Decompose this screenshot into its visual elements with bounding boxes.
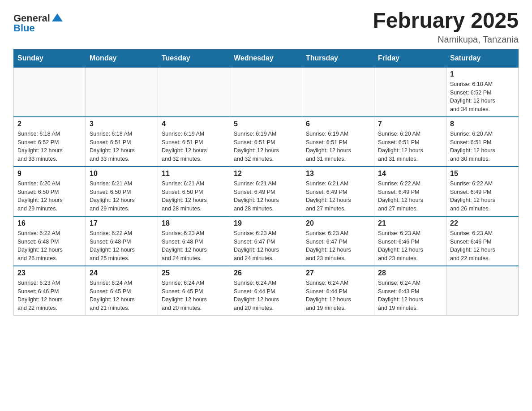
day-info: Sunrise: 6:23 AM Sunset: 6:46 PM Dayligh…	[17, 279, 82, 313]
day-info: Sunrise: 6:21 AM Sunset: 6:50 PM Dayligh…	[90, 180, 154, 213]
day-info: Sunrise: 6:24 AM Sunset: 6:43 PM Dayligh…	[378, 279, 442, 313]
logo-general-text: General	[13, 13, 50, 23]
day-number: 10	[90, 170, 154, 178]
calendar-cell: 23Sunrise: 6:23 AM Sunset: 6:46 PM Dayli…	[14, 266, 86, 316]
day-info: Sunrise: 6:24 AM Sunset: 6:44 PM Dayligh…	[234, 279, 298, 313]
calendar-cell: 9Sunrise: 6:20 AM Sunset: 6:50 PM Daylig…	[14, 167, 86, 216]
month-title: February 2025	[373, 9, 519, 33]
calendar-cell	[230, 67, 302, 117]
day-info: Sunrise: 6:24 AM Sunset: 6:44 PM Dayligh…	[306, 279, 370, 313]
day-info: Sunrise: 6:20 AM Sunset: 6:50 PM Dayligh…	[17, 180, 82, 213]
calendar-cell	[86, 67, 158, 117]
calendar-cell: 21Sunrise: 6:23 AM Sunset: 6:46 PM Dayli…	[374, 216, 446, 266]
logo-triangle-right-icon	[57, 13, 63, 21]
calendar-cell: 7Sunrise: 6:20 AM Sunset: 6:51 PM Daylig…	[374, 117, 446, 167]
weekday-header-sunday: Sunday	[14, 49, 86, 67]
day-number: 22	[450, 219, 515, 227]
day-number: 19	[234, 219, 298, 227]
day-number: 1	[450, 70, 515, 78]
calendar-cell	[14, 67, 86, 117]
day-number: 5	[234, 120, 298, 128]
day-number: 11	[162, 170, 226, 178]
day-info: Sunrise: 6:21 AM Sunset: 6:49 PM Dayligh…	[234, 180, 298, 213]
day-number: 13	[306, 170, 370, 178]
calendar-cell: 14Sunrise: 6:22 AM Sunset: 6:49 PM Dayli…	[374, 167, 446, 216]
calendar-table: SundayMondayTuesdayWednesdayThursdayFrid…	[13, 49, 519, 316]
day-info: Sunrise: 6:23 AM Sunset: 6:46 PM Dayligh…	[378, 229, 442, 263]
day-info: Sunrise: 6:24 AM Sunset: 6:45 PM Dayligh…	[162, 279, 226, 313]
calendar-cell: 25Sunrise: 6:24 AM Sunset: 6:45 PM Dayli…	[158, 266, 230, 316]
calendar-cell	[374, 67, 446, 117]
calendar-cell: 18Sunrise: 6:23 AM Sunset: 6:48 PM Dayli…	[158, 216, 230, 266]
day-number: 9	[17, 170, 82, 178]
day-number: 27	[306, 269, 370, 277]
calendar-cell: 17Sunrise: 6:22 AM Sunset: 6:48 PM Dayli…	[86, 216, 158, 266]
day-number: 16	[17, 219, 82, 227]
calendar-cell: 24Sunrise: 6:24 AM Sunset: 6:45 PM Dayli…	[86, 266, 158, 316]
weekday-header-thursday: Thursday	[302, 49, 374, 67]
day-info: Sunrise: 6:20 AM Sunset: 6:51 PM Dayligh…	[378, 130, 442, 163]
calendar-cell: 2Sunrise: 6:18 AM Sunset: 6:52 PM Daylig…	[14, 117, 86, 167]
calendar-cell: 19Sunrise: 6:23 AM Sunset: 6:47 PM Dayli…	[230, 216, 302, 266]
day-info: Sunrise: 6:18 AM Sunset: 6:52 PM Dayligh…	[450, 80, 515, 114]
day-info: Sunrise: 6:24 AM Sunset: 6:45 PM Dayligh…	[90, 279, 154, 313]
day-number: 2	[17, 120, 82, 128]
day-number: 25	[162, 269, 226, 277]
day-number: 17	[90, 219, 154, 227]
day-info: Sunrise: 6:19 AM Sunset: 6:51 PM Dayligh…	[306, 130, 370, 163]
day-number: 8	[450, 120, 515, 128]
day-info: Sunrise: 6:23 AM Sunset: 6:47 PM Dayligh…	[306, 229, 370, 263]
day-info: Sunrise: 6:18 AM Sunset: 6:51 PM Dayligh…	[90, 130, 154, 163]
calendar-cell: 11Sunrise: 6:21 AM Sunset: 6:50 PM Dayli…	[158, 167, 230, 216]
day-number: 4	[162, 120, 226, 128]
weekday-header-row: SundayMondayTuesdayWednesdayThursdayFrid…	[14, 49, 519, 67]
calendar-cell: 6Sunrise: 6:19 AM Sunset: 6:51 PM Daylig…	[302, 117, 374, 167]
calendar-cell	[302, 67, 374, 117]
day-number: 18	[162, 219, 226, 227]
day-info: Sunrise: 6:22 AM Sunset: 6:48 PM Dayligh…	[17, 229, 82, 263]
calendar-cell: 27Sunrise: 6:24 AM Sunset: 6:44 PM Dayli…	[302, 266, 374, 316]
weekday-header-saturday: Saturday	[446, 49, 519, 67]
calendar-cell: 3Sunrise: 6:18 AM Sunset: 6:51 PM Daylig…	[86, 117, 158, 167]
day-number: 24	[90, 269, 154, 277]
day-number: 20	[306, 219, 370, 227]
calendar-cell: 4Sunrise: 6:19 AM Sunset: 6:51 PM Daylig…	[158, 117, 230, 167]
day-number: 6	[306, 120, 370, 128]
calendar-week-row-3: 9Sunrise: 6:20 AM Sunset: 6:50 PM Daylig…	[14, 167, 519, 216]
location-subtitle: Namikupa, Tanzania	[373, 34, 519, 45]
calendar-week-row-4: 16Sunrise: 6:22 AM Sunset: 6:48 PM Dayli…	[14, 216, 519, 266]
calendar-cell: 26Sunrise: 6:24 AM Sunset: 6:44 PM Dayli…	[230, 266, 302, 316]
logo: General Blue	[13, 13, 63, 33]
title-area: February 2025 Namikupa, Tanzania	[373, 9, 519, 45]
logo-triangle-left-icon	[52, 13, 57, 21]
day-number: 3	[90, 120, 154, 128]
day-info: Sunrise: 6:21 AM Sunset: 6:50 PM Dayligh…	[162, 180, 226, 213]
calendar-cell: 16Sunrise: 6:22 AM Sunset: 6:48 PM Dayli…	[14, 216, 86, 266]
day-info: Sunrise: 6:22 AM Sunset: 6:48 PM Dayligh…	[90, 229, 154, 263]
calendar-week-row-2: 2Sunrise: 6:18 AM Sunset: 6:52 PM Daylig…	[14, 117, 519, 167]
calendar-cell	[446, 266, 519, 316]
day-info: Sunrise: 6:23 AM Sunset: 6:48 PM Dayligh…	[162, 229, 226, 263]
weekday-header-friday: Friday	[374, 49, 446, 67]
calendar-cell: 28Sunrise: 6:24 AM Sunset: 6:43 PM Dayli…	[374, 266, 446, 316]
day-number: 7	[378, 120, 442, 128]
day-info: Sunrise: 6:20 AM Sunset: 6:51 PM Dayligh…	[450, 130, 515, 163]
calendar-cell: 1Sunrise: 6:18 AM Sunset: 6:52 PM Daylig…	[446, 67, 519, 117]
calendar-cell: 22Sunrise: 6:23 AM Sunset: 6:46 PM Dayli…	[446, 216, 519, 266]
calendar-cell: 15Sunrise: 6:22 AM Sunset: 6:49 PM Dayli…	[446, 167, 519, 216]
day-info: Sunrise: 6:23 AM Sunset: 6:46 PM Dayligh…	[450, 229, 515, 263]
calendar-week-row-5: 23Sunrise: 6:23 AM Sunset: 6:46 PM Dayli…	[14, 266, 519, 316]
day-info: Sunrise: 6:18 AM Sunset: 6:52 PM Dayligh…	[17, 130, 82, 163]
day-number: 12	[234, 170, 298, 178]
day-number: 15	[450, 170, 515, 178]
day-number: 26	[234, 269, 298, 277]
page-header: General Blue February 2025 Namikupa, Tan…	[13, 9, 519, 45]
weekday-header-monday: Monday	[86, 49, 158, 67]
calendar-week-row-1: 1Sunrise: 6:18 AM Sunset: 6:52 PM Daylig…	[14, 67, 519, 117]
calendar-cell: 10Sunrise: 6:21 AM Sunset: 6:50 PM Dayli…	[86, 167, 158, 216]
calendar-cell	[158, 67, 230, 117]
day-info: Sunrise: 6:21 AM Sunset: 6:49 PM Dayligh…	[306, 180, 370, 213]
day-info: Sunrise: 6:19 AM Sunset: 6:51 PM Dayligh…	[162, 130, 226, 163]
day-info: Sunrise: 6:22 AM Sunset: 6:49 PM Dayligh…	[378, 180, 442, 213]
day-info: Sunrise: 6:19 AM Sunset: 6:51 PM Dayligh…	[234, 130, 298, 163]
